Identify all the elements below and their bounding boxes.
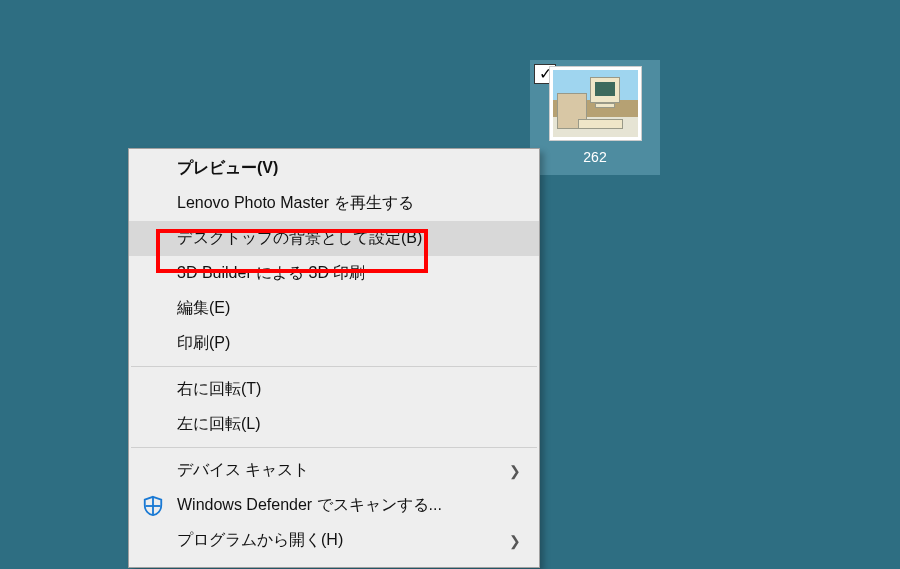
file-thumbnail bbox=[549, 66, 642, 141]
chevron-right-icon: ❯ bbox=[509, 533, 521, 549]
menu-lenovo-photo-master[interactable]: Lenovo Photo Master を再生する bbox=[129, 186, 539, 221]
menu-3d-builder-print[interactable]: 3D Builder による 3D 印刷 bbox=[129, 256, 539, 291]
menu-edit[interactable]: 編集(E) bbox=[129, 291, 539, 326]
chevron-right-icon: ❯ bbox=[509, 463, 521, 479]
menu-print[interactable]: 印刷(P) bbox=[129, 326, 539, 361]
menu-open-with[interactable]: プログラムから開く(H) ❯ bbox=[129, 523, 539, 558]
menu-cast-to-device[interactable]: デバイス キャスト ❯ bbox=[129, 453, 539, 488]
menu-rotate-left[interactable]: 左に回転(L) bbox=[129, 407, 539, 442]
context-menu: プレビュー(V) Lenovo Photo Master を再生する デスクトッ… bbox=[128, 148, 540, 568]
menu-preview[interactable]: プレビュー(V) bbox=[129, 151, 539, 186]
file-label: 262 bbox=[583, 149, 606, 165]
menu-windows-defender-scan[interactable]: Windows Defender でスキャンする... bbox=[129, 488, 539, 523]
menu-separator bbox=[131, 366, 537, 367]
menu-separator bbox=[131, 447, 537, 448]
menu-set-as-desktop-background[interactable]: デスクトップの背景として設定(B) bbox=[129, 221, 539, 256]
desktop-selected-file[interactable]: ✓ 262 bbox=[530, 60, 660, 175]
defender-shield-icon bbox=[141, 494, 165, 518]
menu-rotate-right[interactable]: 右に回転(T) bbox=[129, 372, 539, 407]
